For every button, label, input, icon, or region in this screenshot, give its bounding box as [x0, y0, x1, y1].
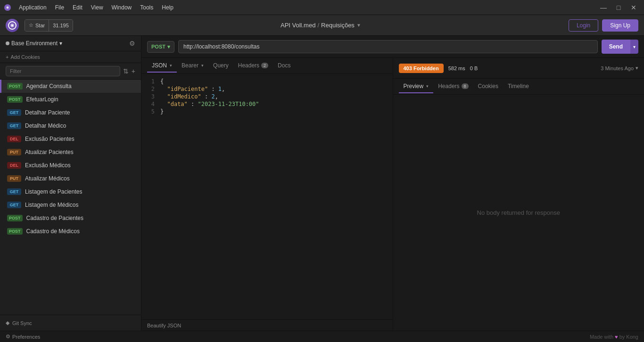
request-item[interactable]: GETListagem de Pacientes: [0, 185, 141, 198]
response-size: 0 B: [470, 65, 478, 71]
method-badge: POST: [7, 228, 23, 235]
request-item[interactable]: POSTAgendar Consulta: [0, 80, 141, 93]
send-button[interactable]: Send: [602, 40, 630, 54]
menu-view[interactable]: View: [87, 2, 107, 13]
response-status-bar: 403 Forbidden 582 ms 0 B 3 Minutes Ago ▾: [393, 58, 644, 79]
menu-window[interactable]: Window: [108, 2, 136, 13]
filter-row: ⇅ +: [0, 63, 141, 80]
body-panels: JSON▾Bearer▾QueryHeaders2Docs 1 { 2 "idP…: [141, 58, 644, 331]
beautify-button[interactable]: Beautify JSON: [147, 323, 181, 328]
status-bar: ⚙ Preferences Made with ♥ by Kong: [0, 331, 644, 342]
editor-bottom-bar: Beautify JSON: [141, 319, 393, 331]
request-tab-docs[interactable]: Docs: [273, 59, 295, 73]
minimize-button[interactable]: —: [597, 2, 610, 13]
menu-edit[interactable]: Edit: [69, 2, 86, 13]
filter-input[interactable]: [6, 66, 120, 76]
method-selector[interactable]: POST ▾: [147, 41, 174, 53]
request-item[interactable]: POSTEfetuarLogin: [0, 93, 141, 106]
cookie-icon: +: [6, 54, 8, 60]
preferences-icon: ⚙: [6, 334, 10, 340]
method-badge: DEL: [7, 162, 21, 169]
made-with-text: Made with: [590, 334, 613, 340]
method-badge: GET: [7, 122, 21, 129]
menu-tools[interactable]: Tools: [136, 2, 157, 13]
settings-icon[interactable]: ⚙: [129, 40, 135, 47]
close-button[interactable]: ✕: [627, 2, 640, 13]
star-widget: ☆ Star 31.195: [25, 19, 73, 32]
send-dropdown[interactable]: ▾: [630, 40, 638, 54]
request-item[interactable]: PUTAtualizar Médicos: [0, 172, 141, 185]
tab-badge: 8: [462, 83, 469, 89]
request-name: Exclusão Pacientes: [25, 136, 74, 142]
star-label: Star: [35, 23, 45, 28]
editor-panel: JSON▾Bearer▾QueryHeaders2Docs 1 { 2 "idP…: [141, 58, 393, 331]
status-badge: 403 Forbidden: [399, 64, 444, 73]
request-item[interactable]: PUTAtualizar Pacientes: [0, 146, 141, 159]
response-panel: 403 Forbidden 582 ms 0 B 3 Minutes Ago ▾…: [393, 58, 644, 331]
request-tab-query[interactable]: Query: [208, 59, 233, 73]
preferences[interactable]: ⚙ Preferences: [6, 334, 40, 340]
code-line: 3 "idMedico" : 2,: [141, 93, 393, 100]
maximize-button[interactable]: □: [612, 2, 625, 13]
request-panel: POST ▾ Send ▾ JSON▾Bearer▾QueryHeaders2D…: [141, 36, 644, 331]
star-button[interactable]: ☆ Star: [25, 20, 49, 31]
response-tab-headers[interactable]: Headers8: [433, 80, 473, 93]
request-item[interactable]: GETDetalhar Paciente: [0, 106, 141, 119]
star-count: 31.195: [49, 20, 73, 31]
svg-point-2: [7, 7, 8, 8]
request-name: Agendar Consulta: [26, 83, 72, 90]
made-with: Made with ♥ by Kong: [590, 334, 638, 340]
response-tab-preview[interactable]: Preview▾: [399, 80, 434, 93]
request-tabs: JSON▾Bearer▾QueryHeaders2Docs: [141, 58, 393, 74]
add-cookies[interactable]: + Add Cookies: [0, 51, 141, 63]
request-item[interactable]: DELExclusão Pacientes: [0, 132, 141, 146]
code-line: 4 "data" : "2023-11-23T10:00": [141, 100, 393, 108]
time-arrow: ▾: [636, 65, 638, 71]
git-sync[interactable]: ◆ Git Sync: [0, 315, 141, 331]
app-icon: [4, 4, 11, 11]
env-dropdown-arrow: ▾: [59, 40, 62, 47]
request-name: Listagem de Pacientes: [25, 188, 82, 195]
environment-selector[interactable]: Base Environment ▾: [6, 40, 62, 47]
url-input[interactable]: [178, 40, 598, 53]
method-badge: PUT: [7, 175, 21, 182]
request-name: EfetuarLogin: [26, 96, 58, 103]
code-line: 2 "idPaciente" : 1,: [141, 85, 393, 93]
menu-help[interactable]: Help: [158, 2, 177, 13]
preferences-label: Preferences: [12, 334, 40, 340]
request-item[interactable]: GETListagem de Médicos: [0, 198, 141, 212]
menu-application[interactable]: Application: [15, 2, 50, 13]
send-button-group: Send ▾: [602, 40, 638, 54]
method-badge: GET: [7, 188, 21, 195]
request-item[interactable]: DELExclusão Médicos: [0, 159, 141, 172]
tab-arrow: ▾: [201, 63, 204, 68]
response-tab-timeline[interactable]: Timeline: [503, 80, 534, 93]
method-badge: GET: [7, 109, 21, 116]
env-dot: [6, 41, 9, 45]
response-time-ago: 3 Minutes Ago ▾: [601, 65, 638, 71]
menu-bar: Application File Edit View Window Tools …: [15, 2, 177, 13]
method-badge: POST: [7, 96, 23, 103]
add-request-button[interactable]: +: [132, 67, 135, 75]
sidebar: Base Environment ▾ ⚙ + Add Cookies ⇅ + P…: [0, 36, 141, 331]
collection-dropdown-arrow[interactable]: ▼: [356, 23, 361, 28]
request-item[interactable]: GETDetalhar Médico: [0, 119, 141, 132]
signup-button[interactable]: Sign Up: [602, 19, 638, 32]
menu-file[interactable]: File: [51, 2, 68, 13]
response-tab-cookies[interactable]: Cookies: [473, 80, 503, 93]
sort-button[interactable]: ⇅: [123, 67, 129, 75]
request-name: Listagem de Médicos: [25, 202, 78, 208]
code-line: 5 }: [141, 108, 393, 115]
request-item[interactable]: POSTCadastro de Médicos: [0, 225, 141, 238]
request-tab-json[interactable]: JSON▾: [147, 59, 177, 73]
code-line: 1 {: [141, 78, 393, 85]
login-button[interactable]: Login: [569, 19, 598, 32]
environment-bar: Base Environment ▾ ⚙: [0, 36, 141, 51]
request-item[interactable]: POSTCadastro de Pacientes: [0, 212, 141, 225]
request-name: Exclusão Médicos: [25, 162, 71, 169]
code-editor[interactable]: 1 { 2 "idPaciente" : 1, 3: [141, 74, 393, 319]
request-tab-bearer[interactable]: Bearer▾: [177, 59, 208, 73]
request-tab-headers[interactable]: Headers2: [233, 59, 273, 73]
method-badge: PUT: [7, 149, 21, 155]
collection-name: Requisições: [321, 22, 355, 29]
